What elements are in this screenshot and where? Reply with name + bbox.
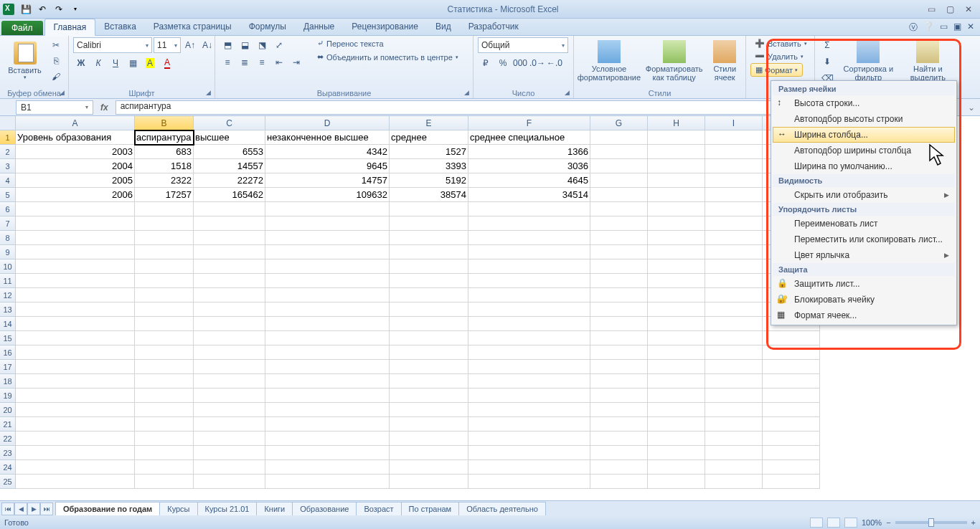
tab-разработчик[interactable]: Разработчик (460, 19, 527, 35)
cell[interactable] (194, 417, 265, 432)
cell[interactable] (265, 345, 390, 360)
paste-button[interactable]: Вставить ▾ (4, 37, 45, 85)
cell[interactable]: 4342 (265, 145, 390, 159)
cell[interactable] (468, 389, 590, 403)
cell[interactable] (265, 417, 390, 432)
cell[interactable] (265, 460, 390, 475)
cell[interactable] (194, 216, 265, 231)
cell[interactable] (390, 389, 468, 403)
cell[interactable] (705, 130, 763, 145)
cell[interactable] (265, 231, 390, 245)
cell[interactable] (648, 389, 705, 403)
cell[interactable]: 38574 (390, 188, 468, 202)
percent-icon[interactable]: % (495, 55, 511, 71)
cell[interactable] (648, 403, 705, 417)
cell[interactable] (763, 432, 820, 446)
fill-icon[interactable]: ⬇ (819, 54, 835, 70)
sheet-tab[interactable]: Возраст (356, 502, 401, 515)
cell[interactable] (590, 231, 648, 245)
cell[interactable] (590, 274, 648, 288)
cell[interactable] (390, 360, 468, 374)
cell[interactable] (763, 331, 820, 345)
align-right-icon[interactable]: ≡ (254, 54, 270, 70)
row-header[interactable]: 3 (0, 159, 16, 173)
conditional-formatting-button[interactable]: Условное форматирование (578, 37, 640, 85)
normal-view-icon[interactable] (810, 518, 823, 528)
cell[interactable] (390, 231, 468, 245)
cell[interactable]: высшее (194, 130, 265, 145)
format-cells-button[interactable]: ▦Формат▾ (750, 63, 803, 77)
cell[interactable] (590, 202, 648, 216)
col-header-A[interactable]: A (16, 116, 135, 130)
cell[interactable] (390, 302, 468, 317)
col-header-B[interactable]: B (135, 116, 194, 130)
font-color-icon[interactable]: A (159, 55, 175, 71)
row-header[interactable]: 25 (0, 475, 16, 489)
cell[interactable] (390, 331, 468, 345)
row-header[interactable]: 6 (0, 202, 16, 216)
cell[interactable] (468, 231, 590, 245)
col-header-I[interactable]: I (705, 116, 763, 130)
row-header[interactable]: 17 (0, 360, 16, 374)
merge-center-button[interactable]: ⬌Объединить и поместить в центре▾ (313, 51, 463, 63)
cell[interactable] (590, 317, 648, 331)
app-minimize-icon[interactable]: ▭ (940, 22, 948, 34)
cell-styles-button[interactable]: Стили ячеек (708, 37, 741, 85)
cell[interactable] (194, 202, 265, 216)
row-header[interactable]: 24 (0, 460, 16, 475)
cell[interactable]: 4645 (468, 173, 590, 188)
cell[interactable] (590, 374, 648, 389)
cell[interactable] (763, 403, 820, 417)
copy-icon[interactable]: ⎘ (48, 53, 64, 69)
row-header[interactable]: 4 (0, 173, 16, 188)
row-header[interactable]: 23 (0, 446, 16, 460)
cell[interactable] (135, 417, 194, 432)
cell[interactable] (135, 259, 194, 274)
tab-разметка страницы[interactable]: Разметка страницы (145, 19, 240, 35)
cell[interactable] (390, 288, 468, 302)
cell[interactable] (468, 216, 590, 231)
cell[interactable] (194, 374, 265, 389)
grow-font-icon[interactable]: A↑ (182, 37, 198, 53)
cell[interactable] (390, 475, 468, 489)
cell[interactable] (468, 302, 590, 317)
cell[interactable] (135, 446, 194, 460)
menu-move-copy-sheet[interactable]: Переместить или скопировать лист... (773, 232, 955, 247)
cell[interactable]: 2004 (16, 159, 135, 173)
cell[interactable] (194, 345, 265, 360)
cell[interactable] (16, 389, 135, 403)
currency-icon[interactable]: ₽ (478, 55, 494, 71)
cell[interactable] (265, 259, 390, 274)
cell[interactable] (705, 159, 763, 173)
cell[interactable] (390, 216, 468, 231)
sort-filter-button[interactable]: Сортировка и фильтр (838, 37, 899, 85)
cell[interactable] (194, 274, 265, 288)
row-header[interactable]: 10 (0, 259, 16, 274)
col-header-G[interactable]: G (590, 116, 648, 130)
cell[interactable] (135, 331, 194, 345)
cell[interactable] (705, 374, 763, 389)
cell[interactable] (705, 259, 763, 274)
zoom-out-icon[interactable]: − (886, 518, 890, 527)
cell[interactable] (648, 288, 705, 302)
cell[interactable] (135, 403, 194, 417)
cell[interactable] (390, 403, 468, 417)
app-close-icon[interactable]: ✕ (967, 22, 974, 34)
cell[interactable] (648, 331, 705, 345)
cell[interactable] (194, 288, 265, 302)
select-all-corner[interactable] (0, 116, 16, 130)
cell[interactable] (763, 374, 820, 389)
file-tab[interactable]: Файл (1, 21, 43, 35)
row-header[interactable]: 15 (0, 331, 16, 345)
cell[interactable] (194, 446, 265, 460)
menu-row-height[interactable]: ↕Высота строки... (773, 95, 955, 111)
cell[interactable] (135, 360, 194, 374)
cell[interactable] (468, 374, 590, 389)
zoom-in-icon[interactable]: + (971, 518, 976, 527)
cell[interactable] (648, 302, 705, 317)
cell[interactable] (705, 345, 763, 360)
cell[interactable] (705, 231, 763, 245)
cell[interactable] (265, 245, 390, 259)
cell[interactable] (468, 417, 590, 432)
cell[interactable] (265, 446, 390, 460)
